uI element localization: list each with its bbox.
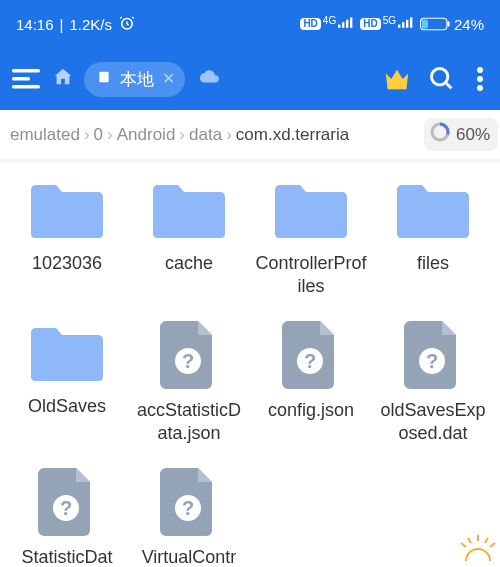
svg-line-36 <box>485 538 488 543</box>
sun-decoration-icon <box>458 535 498 565</box>
folder-item[interactable]: files <box>374 176 492 297</box>
folder-item[interactable]: OldSaves <box>8 319 126 444</box>
svg-rect-2 <box>342 22 344 28</box>
svg-point-19 <box>477 76 483 82</box>
svg-text:?: ? <box>426 350 438 372</box>
hd-badge-1: HD <box>300 18 320 30</box>
folder-item[interactable]: 1023036 <box>8 176 126 297</box>
item-label: VirtualContr <box>142 546 237 567</box>
item-label: ControllerProfiles <box>255 252 367 297</box>
item-label: accStatisticData.json <box>133 399 245 444</box>
item-label: OldSaves <box>28 395 106 418</box>
svg-rect-16 <box>388 87 407 90</box>
chevron-right-icon: › <box>107 125 113 145</box>
breadcrumb-item-current[interactable]: com.xd.terraria <box>234 123 351 147</box>
net-4g-label: 4G <box>323 15 336 26</box>
file-icon: ? <box>149 466 229 536</box>
storage-pct: 60% <box>456 125 490 145</box>
breadcrumb-item[interactable]: emulated <box>8 123 82 147</box>
folder-icon <box>27 319 107 385</box>
item-label: files <box>417 252 449 275</box>
svg-rect-14 <box>12 85 40 89</box>
location-chip[interactable]: 本地 ✕ <box>84 62 185 97</box>
storage-indicator[interactable]: 60% <box>424 118 498 151</box>
svg-text:?: ? <box>60 497 72 519</box>
svg-rect-6 <box>402 22 404 28</box>
item-label: cache <box>165 252 213 275</box>
svg-rect-15 <box>99 72 108 83</box>
breadcrumb: emulated › 0 › Android › data › com.xd.t… <box>0 110 500 160</box>
file-icon: ? <box>393 319 473 389</box>
file-item[interactable]: ?VirtualContr <box>130 466 248 567</box>
folder-item[interactable]: cache <box>130 176 248 297</box>
file-item[interactable]: ?oldSavesExposed.dat <box>374 319 492 444</box>
svg-rect-10 <box>422 20 428 29</box>
close-icon[interactable]: ✕ <box>162 71 175 87</box>
file-item[interactable]: ?StatisticDat <box>8 466 126 567</box>
chevron-right-icon: › <box>226 125 232 145</box>
chevron-right-icon: › <box>179 125 185 145</box>
svg-text:?: ? <box>304 350 316 372</box>
svg-rect-12 <box>12 69 40 73</box>
breadcrumb-item[interactable]: data <box>187 123 224 147</box>
svg-rect-1 <box>338 24 340 27</box>
svg-text:?: ? <box>182 350 194 372</box>
net-5g-label: 5G <box>383 15 396 26</box>
search-button[interactable] <box>428 65 456 93</box>
crown-button[interactable] <box>382 64 412 94</box>
location-chip-label: 本地 <box>120 68 154 91</box>
signal-bars-icon <box>398 16 414 33</box>
action-bar: 本地 ✕ <box>0 48 500 110</box>
svg-rect-7 <box>406 19 408 27</box>
svg-line-34 <box>490 543 495 547</box>
file-grid: 1023036cacheControllerProfilesfilesOldSa… <box>0 160 500 567</box>
item-label: 1023036 <box>32 252 102 275</box>
svg-rect-13 <box>12 77 30 81</box>
folder-item[interactable]: ControllerProfiles <box>252 176 370 297</box>
folder-icon <box>271 176 351 242</box>
file-icon: ? <box>271 319 351 389</box>
file-item[interactable]: ?config.json <box>252 319 370 444</box>
svg-point-18 <box>477 67 483 73</box>
folder-icon <box>27 176 107 242</box>
svg-point-20 <box>477 85 483 91</box>
pie-chart-icon <box>430 122 450 147</box>
alarm-icon <box>118 14 136 35</box>
item-label: config.json <box>268 399 354 422</box>
svg-line-35 <box>468 538 471 543</box>
svg-rect-4 <box>350 17 352 27</box>
folder-icon <box>393 176 473 242</box>
item-label: oldSavesExposed.dat <box>377 399 489 444</box>
more-button[interactable] <box>472 65 488 93</box>
svg-point-17 <box>432 69 448 85</box>
svg-rect-11 <box>447 21 449 26</box>
menu-button[interactable] <box>12 67 42 91</box>
status-net-speed: 1.2K/s <box>69 16 112 33</box>
cloud-icon[interactable] <box>199 66 221 92</box>
svg-rect-3 <box>346 19 348 27</box>
battery-indicator: 24% <box>420 16 484 33</box>
chevron-right-icon: › <box>84 125 90 145</box>
folder-icon <box>149 176 229 242</box>
file-icon: ? <box>27 466 107 536</box>
file-icon: ? <box>149 319 229 389</box>
file-item[interactable]: ?accStatisticData.json <box>130 319 248 444</box>
storage-icon <box>96 69 112 89</box>
breadcrumb-item[interactable]: Android <box>115 123 178 147</box>
svg-rect-5 <box>398 24 400 27</box>
svg-line-33 <box>461 543 466 547</box>
status-bar: 14:16 | 1.2K/s HD 4G HD 5G 24% <box>0 0 500 48</box>
svg-rect-8 <box>410 17 412 27</box>
breadcrumb-item[interactable]: 0 <box>92 123 105 147</box>
svg-text:?: ? <box>182 497 194 519</box>
item-label: StatisticDat <box>21 546 112 567</box>
status-time: 14:16 <box>16 16 54 33</box>
home-icon[interactable] <box>52 66 74 92</box>
signal-bars-icon <box>338 16 354 33</box>
battery-pct: 24% <box>454 16 484 33</box>
hd-badge-2: HD <box>360 18 380 30</box>
